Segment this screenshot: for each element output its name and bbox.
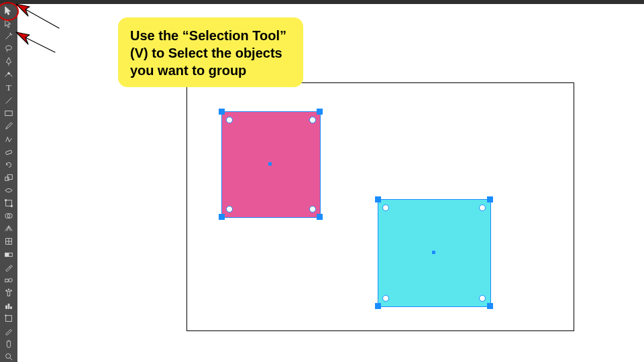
instruction-callout: Use the “Selection Tool” (V) to Select t… [118,17,303,87]
svg-rect-25 [11,307,12,309]
eyedropper-tool[interactable] [1,262,16,272]
selection-handle[interactable] [317,214,323,220]
mesh-tool[interactable] [1,237,16,247]
selection-handle[interactable] [317,109,323,115]
svg-rect-16 [5,253,9,256]
svg-point-21 [8,289,9,290]
annotation-arrow-2 [13,27,60,60]
anchor-point[interactable] [226,206,233,213]
svg-rect-3 [5,111,13,116]
svg-point-18 [9,278,12,282]
svg-rect-19 [7,291,10,296]
svg-rect-26 [6,316,12,322]
anchor-point[interactable] [479,295,486,302]
zoom-tool[interactable] [1,352,16,362]
artboard-tool[interactable] [1,314,16,324]
hand-tool[interactable] [1,339,16,349]
anchor-point[interactable] [309,117,316,123]
anchor-point[interactable] [382,204,389,211]
scale-tool[interactable] [1,172,16,182]
rectangle-tool[interactable] [1,109,16,119]
symbol-sprayer-tool[interactable] [1,288,16,298]
svg-rect-23 [6,306,7,308]
perspective-grid-tool[interactable] [1,224,16,234]
svg-point-20 [6,290,7,291]
shape-builder-tool[interactable] [1,211,16,221]
svg-rect-4 [5,149,12,154]
selection-handle[interactable] [219,109,225,115]
selection-handle[interactable] [487,196,493,202]
width-tool[interactable] [1,185,16,195]
selection-handle[interactable] [487,303,493,309]
svg-rect-5 [5,177,9,180]
line-tool[interactable] [1,96,16,106]
curvature-tool[interactable] [1,70,16,80]
svg-point-0 [6,46,12,50]
free-transform-tool[interactable] [1,198,16,208]
svg-rect-8 [5,200,7,201]
slice-tool[interactable] [1,326,16,337]
svg-rect-9 [11,206,13,207]
anchor-point[interactable] [382,295,389,302]
column-graph-tool[interactable] [1,300,16,310]
gradient-tool[interactable] [1,249,16,259]
selection-handle[interactable] [375,303,381,309]
shaper-tool[interactable] [1,134,16,144]
center-point [432,251,435,254]
svg-line-30 [10,358,13,361]
svg-point-22 [11,290,12,291]
anchor-point[interactable] [479,204,486,211]
svg-point-29 [6,354,11,359]
rotate-tool[interactable] [1,160,16,170]
anchor-point[interactable] [309,206,316,213]
svg-rect-24 [8,304,9,308]
blend-tool[interactable] [1,275,16,285]
paintbrush-tool[interactable] [1,121,16,131]
center-point [268,162,272,166]
app-titlebar [0,0,644,4]
svg-rect-17 [5,279,8,282]
type-tool[interactable]: T [1,82,16,93]
anchor-point[interactable] [226,117,233,123]
svg-line-2 [6,98,12,104]
instruction-text: Use the “Selection Tool” (V) to Select t… [130,28,286,78]
svg-point-1 [8,72,10,74]
selection-handle[interactable] [375,196,381,202]
eraser-tool[interactable] [1,147,16,157]
selection-handle[interactable] [219,214,225,220]
